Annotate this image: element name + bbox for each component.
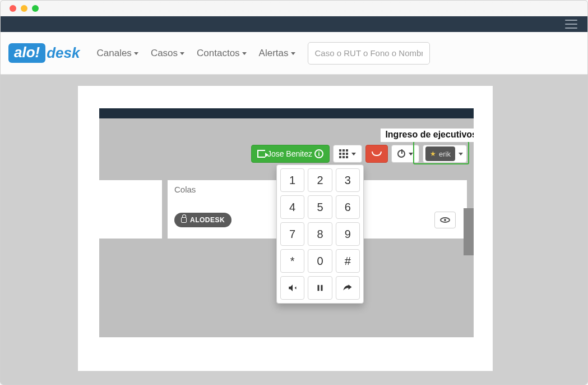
phone-icon	[372, 152, 382, 156]
nav-menu: Canales Casos Contactos Alertas	[97, 48, 295, 59]
user-short-name: erik	[439, 150, 451, 158]
mute-icon	[288, 283, 298, 293]
chevron-down-icon	[459, 153, 463, 155]
nav-item-canales[interactable]: Canales	[97, 48, 138, 59]
dialpad-key-6[interactable]: 6	[336, 195, 360, 219]
dialpad-key-3[interactable]: 3	[336, 168, 360, 192]
agent-name: Jose Benitez	[267, 149, 312, 158]
content-area: Ingreso de ejecutivos Jose Benitez i	[1, 75, 587, 384]
forward-icon	[342, 283, 353, 293]
dialpad-key-1[interactable]: 1	[280, 168, 304, 192]
nav-item-contactos[interactable]: Contactos	[197, 48, 247, 59]
app-topbar	[1, 16, 587, 32]
left-panel	[99, 180, 162, 239]
view-button[interactable]	[434, 212, 456, 228]
chevron-down-icon	[180, 52, 184, 55]
dialpad-key-8[interactable]: 8	[308, 222, 332, 246]
hamburger-icon[interactable]	[565, 20, 577, 29]
dialpad-toggle-button[interactable]	[333, 145, 362, 163]
info-icon: i	[314, 149, 323, 158]
window-minimize-icon[interactable]	[21, 5, 27, 12]
power-icon	[397, 150, 405, 158]
app-window: alo! desk Canales Casos Contactos Alerta…	[0, 0, 588, 385]
nav-label: Contactos	[197, 48, 240, 59]
dialpad-pause-button[interactable]	[308, 276, 332, 300]
dialpad-key-7[interactable]: 7	[280, 222, 304, 246]
queue-badge-text: ALODESK	[190, 216, 225, 224]
dialpad-key-2[interactable]: 2	[308, 168, 332, 192]
chevron-down-icon	[351, 153, 356, 155]
window-titlebar	[1, 1, 587, 16]
agent-status-button[interactable]: Jose Benitez i	[251, 145, 330, 163]
window-close-icon[interactable]	[10, 5, 16, 12]
nav-label: Alertas	[259, 48, 289, 59]
nav-label: Casos	[151, 48, 178, 59]
chevron-down-icon	[134, 52, 138, 55]
main-navbar: alo! desk Canales Casos Contactos Alerta…	[1, 32, 587, 75]
window-zoom-icon[interactable]	[32, 5, 39, 12]
dialpad-mute-button[interactable]	[280, 276, 304, 300]
nav-label: Canales	[97, 48, 132, 59]
chevron-down-icon	[409, 153, 413, 155]
dialpad-key-star[interactable]: *	[280, 249, 304, 273]
brand-logo[interactable]: alo! desk	[8, 43, 80, 63]
logo-text: desk	[47, 44, 80, 62]
nav-item-alertas[interactable]: Alertas	[259, 48, 295, 59]
power-button[interactable]	[391, 145, 419, 163]
pause-icon	[315, 283, 325, 293]
screenshot-panel: Ingreso de ejecutivos Jose Benitez i	[78, 86, 493, 371]
chevron-down-icon	[291, 52, 295, 55]
dialpad-transfer-button[interactable]	[336, 276, 360, 300]
search-input[interactable]	[308, 42, 430, 65]
chevron-down-icon	[242, 52, 247, 55]
dialpad-key-0[interactable]: 0	[308, 249, 332, 273]
queues-heading: Colas	[174, 185, 196, 194]
nav-item-casos[interactable]: Casos	[151, 48, 184, 59]
inner-topbar	[99, 108, 474, 118]
scrollbar[interactable]	[464, 208, 474, 255]
annotation-label: Ingreso de ejecutivos	[381, 129, 474, 142]
user-pill: ★ erik	[425, 146, 455, 161]
dialpad-key-4[interactable]: 4	[280, 195, 304, 219]
dialpad-popover: 1 2 3 4 5 6 7 8 9 * 0 #	[276, 164, 364, 304]
lock-icon	[181, 217, 187, 223]
logo-pill: alo!	[8, 43, 45, 63]
queue-badge[interactable]: ALODESK	[174, 213, 232, 227]
hangup-button[interactable]	[365, 145, 388, 163]
star-icon: ★	[430, 150, 436, 158]
dialpad-key-9[interactable]: 9	[336, 222, 360, 246]
user-menu-button[interactable]: ★ erik	[423, 145, 467, 163]
dialpad-grid: 1 2 3 4 5 6 7 8 9 * 0 #	[280, 168, 360, 300]
eye-icon	[440, 217, 450, 223]
inner-canvas: Ingreso de ejecutivos Jose Benitez i	[99, 108, 474, 337]
dialpad-key-5[interactable]: 5	[308, 195, 332, 219]
dialpad-key-hash[interactable]: #	[336, 249, 360, 273]
dialpad-icon	[339, 149, 348, 158]
signout-icon	[257, 150, 265, 158]
status-row: Jose Benitez i	[99, 143, 474, 164]
